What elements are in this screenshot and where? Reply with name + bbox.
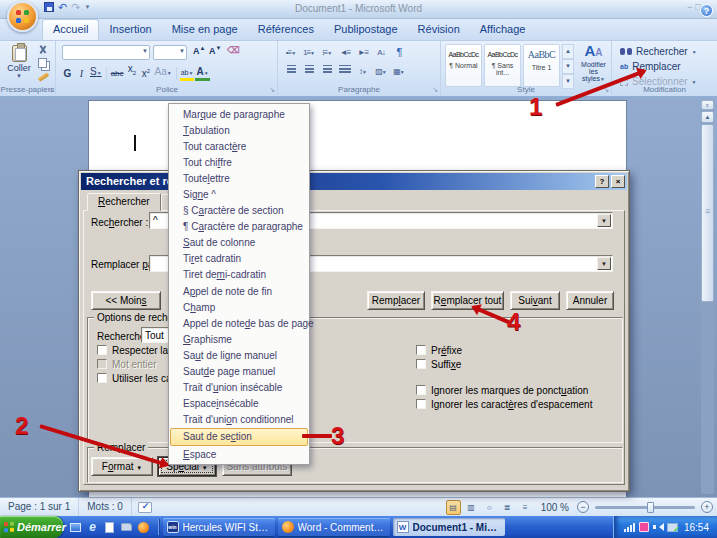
checkbox-row[interactable]: Ignorer les marques de ponctuation (416, 383, 592, 397)
internet-explorer-icon[interactable]: e (86, 521, 99, 534)
chevron-down-icon[interactable]: ▼ (597, 214, 611, 227)
start-button[interactable]: Démarrer (0, 516, 63, 538)
word-count[interactable]: Mots : 0 (79, 498, 132, 516)
taskbar-task[interactable]: WDocument1 - Microso... (393, 518, 505, 536)
dialog-launcher-icon[interactable]: ↘ (432, 86, 438, 94)
sort-icon[interactable]: A↓ (373, 45, 389, 60)
folder-icon[interactable] (120, 521, 133, 534)
line-spacing-icon[interactable]: ↕▼ (355, 64, 371, 79)
chevron-down-icon[interactable]: ▼ (597, 257, 611, 270)
change-case-button[interactable]: Aa▼ (154, 64, 173, 81)
multilevel-list-icon[interactable]: ⁝≡▼ (319, 45, 335, 60)
volume-icon[interactable] (653, 522, 663, 532)
menu-item[interactable]: Tout caractère (170, 138, 308, 154)
menu-item[interactable]: Saut de page manuel (170, 364, 308, 380)
menu-item[interactable]: Tabulation (170, 122, 308, 138)
font-size-combo[interactable]: ▼ (153, 45, 187, 60)
split-handle-icon[interactable]: ≡ (701, 100, 714, 110)
taskbar-task[interactable]: Word - Comment supp... (278, 518, 390, 536)
tab-mise-en-page[interactable]: Mise en page (162, 19, 248, 38)
style-chip[interactable]: AaBbCcDc¶ Normal (445, 44, 482, 87)
copy-icon[interactable] (38, 58, 47, 68)
find-button[interactable]: Rechercher▼ (620, 45, 697, 58)
checkbox-icon[interactable] (97, 359, 107, 369)
show-desktop-icon[interactable] (69, 521, 82, 534)
help-button[interactable]: ? (700, 4, 713, 17)
menu-item[interactable]: Saut de ligne manuel (170, 347, 308, 363)
paste-button[interactable]: Coller ▼ (3, 44, 35, 84)
zoom-slider[interactable] (595, 506, 695, 509)
firefox-icon[interactable] (137, 521, 150, 534)
menu-item[interactable]: Appel de note de bas de page (170, 315, 308, 331)
borders-icon[interactable]: ▦▼ (391, 64, 407, 79)
menu-item[interactable]: Espace (170, 446, 308, 462)
tab-insertion[interactable]: Insertion (99, 19, 161, 38)
fullscreen-reading-view-icon[interactable]: ▥ (464, 500, 479, 515)
checkbox-icon[interactable] (416, 345, 426, 355)
bullets-icon[interactable]: •≡▼ (283, 45, 299, 60)
checkbox-row[interactable]: Suffixe (416, 357, 462, 371)
annuler-button[interactable]: Annuler (566, 291, 614, 310)
align-left-icon[interactable] (283, 64, 299, 79)
cut-icon[interactable] (38, 45, 48, 55)
grow-font-button[interactable]: A▲ (193, 45, 205, 56)
dialog-launcher-icon[interactable]: ↘ (269, 86, 275, 94)
menu-item[interactable]: Tiret demi-cadratin (170, 267, 308, 283)
zoom-level[interactable]: 100 % (536, 502, 574, 513)
tab-publipostage[interactable]: Publipostage (324, 19, 408, 38)
highlight-button[interactable]: ab▼ (180, 68, 195, 81)
tab-accueil[interactable]: Accueil (42, 19, 99, 40)
numbering-icon[interactable]: 1≡▼ (301, 45, 317, 60)
change-styles-button[interactable]: AA Modifier les styles▼ (577, 43, 610, 89)
menu-item[interactable]: Tout chiffre (170, 154, 308, 170)
justify-icon[interactable] (337, 64, 353, 79)
menu-item[interactable]: Appel de note de fin (170, 283, 308, 299)
menu-item[interactable]: Graphisme (170, 331, 308, 347)
document-icon[interactable] (103, 521, 116, 534)
menu-item[interactable]: Champ (170, 299, 308, 315)
dialog-close-button[interactable]: × (611, 175, 625, 188)
align-center-icon[interactable] (301, 64, 317, 79)
qat-more-icon[interactable]: ▼ (84, 4, 90, 10)
increase-indent-icon[interactable]: ►≡ (355, 45, 371, 60)
dialog-tab-rechercher[interactable]: Rechercher (87, 193, 161, 211)
dialog-launcher-icon[interactable]: ↘ (47, 86, 53, 94)
checkbox-icon[interactable] (416, 399, 426, 409)
undo-icon[interactable]: ↶ (58, 2, 67, 12)
style-chip[interactable]: AaBbCTitre 1 (523, 44, 560, 87)
network-icon[interactable] (667, 523, 678, 532)
draft-view-icon[interactable]: ≡ (518, 500, 533, 515)
align-right-icon[interactable] (319, 64, 335, 79)
decrease-indent-icon[interactable]: ◄≡ (337, 45, 353, 60)
style-chip[interactable]: AaBbCcDc¶ Sans int... (484, 44, 521, 87)
menu-item[interactable]: Saut de section (170, 428, 308, 446)
menu-item[interactable]: ¶ Caractère de paragraphe (170, 219, 308, 235)
style-gallery-scroll[interactable]: ▲▼▼ (562, 44, 574, 87)
print-layout-view-icon[interactable]: ▤ (446, 500, 461, 515)
shading-icon[interactable]: ▨▼ (373, 64, 389, 79)
checkbox-icon[interactable] (97, 345, 107, 355)
menu-item[interactable]: Tiret cadratin (170, 251, 308, 267)
signal-icon[interactable] (624, 522, 635, 532)
checkbox-icon[interactable] (416, 359, 426, 369)
dialog-titlebar[interactable]: Rechercher et remplacer (81, 173, 627, 190)
remplacer-button[interactable]: Remplacer (367, 291, 425, 310)
web-layout-view-icon[interactable]: ○ (482, 500, 497, 515)
show-marks-icon[interactable]: ¶ (391, 45, 407, 60)
font-name-combo[interactable]: ▼ (62, 45, 150, 60)
office-button[interactable] (7, 1, 38, 32)
vertical-scrollbar[interactable]: ≡ ▲ (701, 100, 714, 494)
menu-item[interactable]: Saut de colonne (170, 235, 308, 251)
tab-références[interactable]: Références (248, 19, 324, 38)
checkbox-icon[interactable] (416, 385, 426, 395)
menu-item[interactable]: Trait d'union conditionnel (170, 412, 308, 428)
outline-view-icon[interactable]: ≣ (500, 500, 515, 515)
tab-affichage[interactable]: Affichage (470, 19, 536, 38)
page-indicator[interactable]: Page : 1 sur 1 (0, 498, 79, 516)
zoom-slider-thumb[interactable] (647, 502, 654, 513)
spellcheck-icon[interactable] (138, 502, 152, 513)
menu-item[interactable]: Trait d'union insécable (170, 380, 308, 396)
bold-button[interactable]: G (61, 66, 74, 81)
checkbox-row[interactable]: Ignorer les caractères d'espacement (416, 397, 592, 411)
strikethrough-button[interactable]: abc (110, 66, 125, 81)
